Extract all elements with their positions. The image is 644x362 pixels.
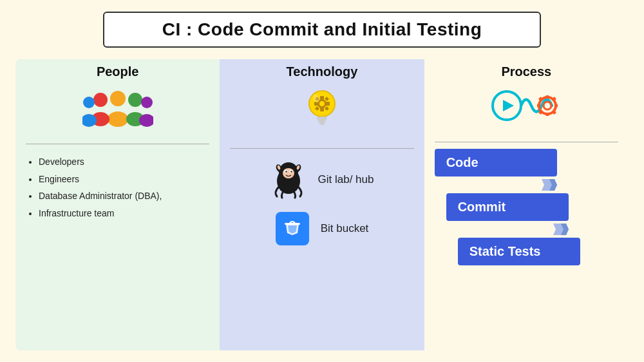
step-static-tests: Static Tests [458,238,580,265]
bitbucket-icon [276,212,309,245]
svg-point-31 [290,171,292,172]
slide-title: CI : Code Commit and Initial Testing [117,19,527,40]
tech-item-gitlab: Git lab/ hub [230,160,413,199]
tech-divider [230,148,413,149]
svg-rect-14 [320,108,324,111]
technology-header: Technology [287,64,358,79]
title-box: CI : Code Commit and Initial Testing [103,12,541,48]
svg-point-12 [319,101,325,106]
svg-marker-39 [503,100,514,111]
octocat-icon [270,160,307,199]
process-divider [435,142,618,142]
people-icon [82,87,153,137]
list-item: Infrastructure team [39,205,162,222]
tech-label-gitlab: Git lab/ hub [318,173,374,186]
columns: People [15,59,629,350]
tech-items: Git lab/ hub [230,160,413,245]
svg-point-4 [128,93,142,107]
svg-point-2 [93,93,108,107]
tech-label-bitbucket: Bit bucket [321,222,369,235]
svg-point-41 [544,102,551,110]
list-item: Engineers [39,171,162,188]
svg-point-1 [108,111,128,127]
svg-point-27 [283,168,294,178]
svg-rect-45 [554,104,558,108]
process-icon [491,87,562,131]
svg-rect-37 [285,223,300,225]
svg-rect-22 [318,120,326,122]
svg-point-8 [141,97,153,108]
step-code: Code [435,149,557,176]
lightbulb-icon [301,87,343,142]
list-item: Database Administrator (DBA), [39,187,162,205]
svg-rect-42 [546,95,549,99]
svg-rect-13 [320,96,324,100]
svg-point-6 [83,97,95,108]
svg-point-30 [285,171,287,172]
col-people: People [15,59,220,350]
svg-rect-43 [546,113,549,116]
step-commit: Commit [446,193,569,221]
col-process: Process [424,59,629,350]
process-header: Process [501,64,551,79]
process-steps: Code Commit [435,149,618,265]
people-list: Developers Engineers Database Administra… [26,153,162,222]
col-technology: Technology [220,59,424,350]
svg-rect-44 [537,104,540,108]
tech-item-bitbucket: Bit bucket [230,212,413,245]
arrow-2-icon [551,222,569,236]
arrow-1-icon [539,178,557,192]
slide: CI : Code Commit and Initial Testing Peo… [0,0,644,362]
svg-rect-23 [319,122,325,125]
svg-point-0 [110,91,126,106]
svg-rect-21 [317,117,327,120]
list-item: Developers [39,153,162,171]
people-header: People [97,64,139,79]
svg-rect-16 [326,102,330,106]
people-divider [26,144,209,144]
